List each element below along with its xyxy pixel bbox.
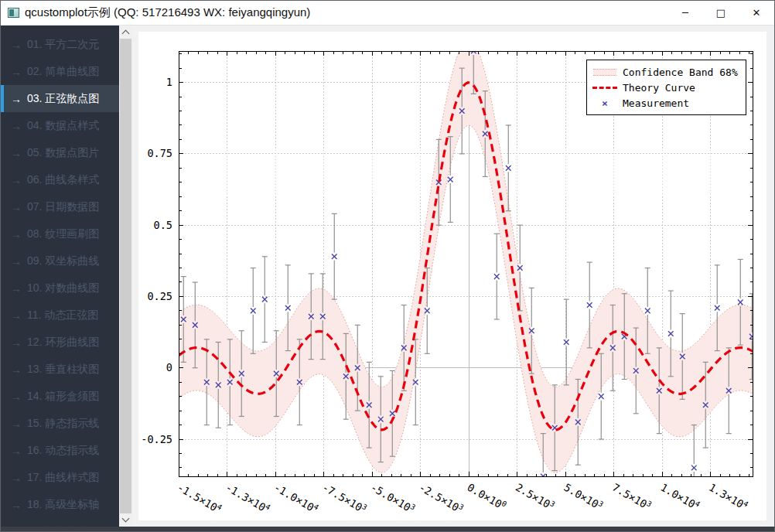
sidebar-item-label: 12. 环形曲线图 bbox=[27, 336, 99, 350]
sidebar-item-label: 09. 双坐标曲线 bbox=[27, 254, 99, 268]
x-tick-label: 2.5×103 bbox=[514, 480, 557, 513]
close-button[interactable]: ✕ bbox=[739, 1, 774, 25]
sidebar-list: →01. 平方二次元→02. 简单曲线图→03. 正弦散点图→04. 数据点样式… bbox=[1, 26, 119, 527]
legend-label: Measurement bbox=[623, 97, 689, 109]
arrow-icon: → bbox=[11, 201, 22, 213]
y-tick-label: 0.25 bbox=[147, 290, 172, 302]
sidebar-item-10[interactable]: →10. 对数曲线图 bbox=[1, 275, 119, 302]
sidebar-item-label: 13. 垂直柱状图 bbox=[27, 363, 99, 377]
arrow-icon: → bbox=[11, 309, 22, 322]
sidebar-item-label: 03. 正弦散点图 bbox=[27, 92, 99, 106]
sidebar-item-label: 05. 数据点图片 bbox=[27, 146, 99, 160]
x-tick-label: -1.0×104 bbox=[272, 480, 321, 516]
x-tick-label: 1.3×104 bbox=[707, 480, 750, 513]
sidebar-item-15[interactable]: →15. 静态指示线 bbox=[1, 410, 119, 437]
sidebar-item-16[interactable]: →16. 动态指示线 bbox=[1, 437, 119, 464]
sidebar-item-01[interactable]: →01. 平方二次元 bbox=[1, 31, 119, 58]
sidebar-item-02[interactable]: →02. 简单曲线图 bbox=[1, 58, 119, 85]
chart-legend: Confidence Band 68% Theory Curve × Measu… bbox=[586, 60, 746, 115]
minimize-button[interactable]: ─ bbox=[667, 1, 703, 25]
x-tick-label: -7.5×103 bbox=[320, 480, 369, 516]
arrow-icon: → bbox=[11, 472, 22, 484]
sidebar-item-label: 02. 简单曲线图 bbox=[27, 65, 99, 79]
y-tick-label: 1 bbox=[166, 76, 172, 88]
arrow-icon: → bbox=[11, 66, 22, 78]
sidebar-item-label: 01. 平方二次元 bbox=[27, 38, 99, 52]
sidebar-item-label: 08. 纹理画刷图 bbox=[27, 227, 99, 241]
legend-row-confidence-band[interactable]: Confidence Band 68% bbox=[587, 64, 743, 80]
legend-row-measurement[interactable]: × Measurement bbox=[587, 95, 743, 111]
cross-marker-swatch-icon: × bbox=[587, 98, 623, 108]
arrow-icon: → bbox=[11, 147, 22, 159]
sidebar-item-14[interactable]: →14. 箱形盒须图 bbox=[1, 383, 119, 410]
arrow-icon: → bbox=[11, 228, 22, 240]
title-bar: qcustomplot示例 (QQ: 517216493 WX: feiyang… bbox=[1, 1, 774, 26]
y-tick-label: 0 bbox=[166, 361, 172, 373]
x-tick-label: 7.5×103 bbox=[610, 480, 654, 513]
x-tick-label: -2.5×103 bbox=[417, 480, 466, 516]
sidebar-item-17[interactable]: →17. 曲线样式图 bbox=[1, 464, 119, 491]
arrow-icon: → bbox=[11, 174, 22, 186]
arrow-icon: → bbox=[11, 120, 22, 132]
sidebar: →01. 平方二次元→02. 简单曲线图→03. 正弦散点图→04. 数据点样式… bbox=[1, 26, 132, 527]
dashed-line-swatch-icon bbox=[587, 87, 623, 89]
chevron-up-icon bbox=[122, 30, 130, 38]
y-tick-label: 0.75 bbox=[147, 147, 172, 159]
sidebar-item-18[interactable]: →18. 高级坐标轴 bbox=[1, 491, 119, 518]
x-tick-label: -1.5×104 bbox=[176, 480, 224, 516]
arrow-icon: → bbox=[11, 282, 22, 295]
content-area: 10.750.50.250-0.25-1.5×104-1.3×104-1.0×1… bbox=[132, 26, 774, 527]
arrow-icon: → bbox=[11, 336, 22, 349]
window-bottom-edge bbox=[1, 527, 774, 531]
x-tick-label: -1.3×104 bbox=[224, 480, 272, 516]
sidebar-item-19[interactable]: →19. 颜色热力图 bbox=[1, 518, 119, 527]
sidebar-item-label: 14. 箱形盒须图 bbox=[27, 390, 99, 404]
sidebar-item-03[interactable]: →03. 正弦散点图 bbox=[1, 85, 119, 112]
legend-label: Confidence Band 68% bbox=[623, 66, 738, 78]
y-tick-label: -0.25 bbox=[141, 433, 172, 445]
y-tick-label: 0.5 bbox=[154, 219, 172, 231]
app-window: qcustomplot示例 (QQ: 517216493 WX: feiyang… bbox=[0, 0, 775, 532]
scroll-up-button[interactable] bbox=[119, 26, 132, 39]
window-controls: ─ □ ✕ bbox=[667, 1, 774, 25]
band-swatch-icon bbox=[587, 69, 623, 76]
arrow-icon: → bbox=[11, 93, 22, 105]
sidebar-item-11[interactable]: →11. 动态正弦图 bbox=[1, 302, 119, 329]
sidebar-item-09[interactable]: →09. 双坐标曲线 bbox=[1, 247, 119, 275]
legend-row-theory-curve[interactable]: Theory Curve bbox=[587, 80, 743, 95]
x-tick-label: 5.0×103 bbox=[562, 480, 606, 513]
x-tick-label: 1.0×104 bbox=[659, 480, 702, 513]
sidebar-item-04[interactable]: →04. 数据点样式 bbox=[1, 112, 119, 139]
x-tick-label: 0.0×100 bbox=[466, 480, 509, 513]
sidebar-item-label: 10. 对数曲线图 bbox=[27, 281, 99, 295]
x-tick-label: -5.0×103 bbox=[369, 480, 418, 516]
sidebar-item-label: 11. 动态正弦图 bbox=[27, 309, 98, 322]
sidebar-item-13[interactable]: →13. 垂直柱状图 bbox=[1, 356, 119, 383]
sidebar-item-07[interactable]: →07. 日期数据图 bbox=[1, 193, 119, 220]
arrow-icon: → bbox=[11, 39, 22, 51]
sidebar-item-label: 18. 高级坐标轴 bbox=[27, 498, 99, 512]
arrow-icon: → bbox=[11, 390, 22, 403]
plot-widget[interactable]: 10.750.50.250-0.25-1.5×104-1.3×104-1.0×1… bbox=[138, 32, 766, 520]
sidebar-item-06[interactable]: →06. 曲线条样式 bbox=[1, 166, 119, 193]
sidebar-item-label: 15. 静态指示线 bbox=[27, 417, 99, 431]
chevron-down-icon bbox=[122, 515, 130, 523]
app-icon bbox=[8, 8, 19, 18]
scroll-down-button[interactable] bbox=[119, 513, 132, 527]
arrow-icon: → bbox=[11, 363, 22, 376]
sidebar-item-05[interactable]: →05. 数据点图片 bbox=[1, 139, 119, 166]
sidebar-item-12[interactable]: →12. 环形曲线图 bbox=[1, 329, 119, 356]
sidebar-item-label: 17. 曲线样式图 bbox=[27, 471, 99, 485]
sidebar-item-label: 07. 日期数据图 bbox=[27, 200, 99, 214]
arrow-icon: → bbox=[11, 255, 22, 268]
arrow-icon: → bbox=[11, 418, 22, 430]
maximize-button[interactable]: □ bbox=[703, 1, 739, 25]
scrollbar-thumb[interactable] bbox=[120, 39, 131, 513]
arrow-icon: → bbox=[11, 499, 22, 511]
sidebar-item-label: 06. 曲线条样式 bbox=[27, 173, 99, 187]
sidebar-item-label: 16. 动态指示线 bbox=[27, 444, 99, 458]
sidebar-scrollbar[interactable] bbox=[119, 26, 132, 527]
sidebar-item-label: 04. 数据点样式 bbox=[27, 119, 99, 133]
sidebar-item-08[interactable]: →08. 纹理画刷图 bbox=[1, 220, 119, 247]
window-title: qcustomplot示例 (QQ: 517216493 WX: feiyang… bbox=[25, 5, 310, 20]
